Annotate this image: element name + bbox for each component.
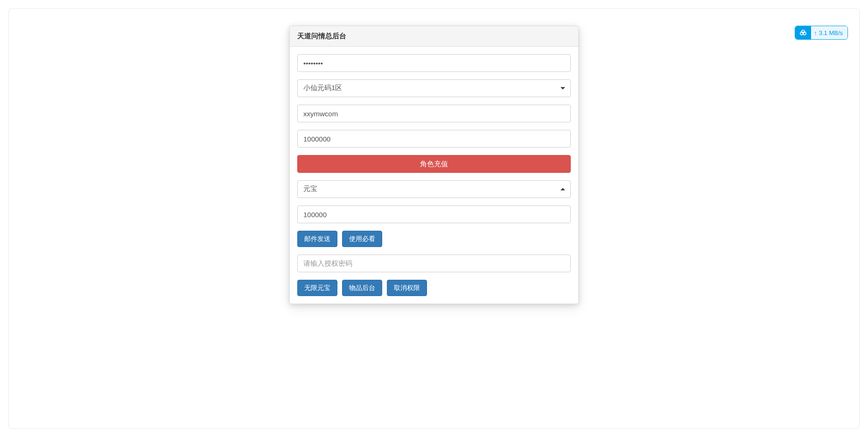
speed-value: 3.1 MB/s <box>819 29 843 36</box>
currency-select[interactable]: 元宝 <box>297 180 571 198</box>
upload-arrow-icon: ↑ <box>814 30 817 36</box>
server-select-value[interactable]: 小仙元码1区 <box>297 79 571 97</box>
mail-send-button[interactable]: 邮件发送 <box>297 231 337 247</box>
currency-amount-input[interactable] <box>297 205 571 223</box>
admin-panel: 天道问情总后台 小仙元码1区 角色充值 <box>289 26 579 304</box>
cloud-icon <box>795 26 811 39</box>
panel-body: 小仙元码1区 角色充值 元宝 <box>290 47 578 304</box>
cancel-auth-button[interactable]: 取消权限 <box>387 280 427 296</box>
password-input[interactable] <box>297 54 571 72</box>
panel-title: 天道问情总后台 <box>290 26 578 47</box>
network-speed-widget[interactable]: ↑ 3.1 MB/s <box>795 26 848 40</box>
account-input[interactable] <box>297 105 571 122</box>
upload-speed: ↑ 3.1 MB/s <box>811 26 847 39</box>
amount-input[interactable] <box>297 130 571 148</box>
server-select[interactable]: 小仙元码1区 <box>297 79 571 97</box>
page-frame: ↑ 3.1 MB/s 天道问情总后台 小仙元码1区 <box>8 8 860 429</box>
usage-guide-button[interactable]: 使用必看 <box>342 231 382 247</box>
currency-select-value[interactable]: 元宝 <box>297 180 571 198</box>
recharge-button[interactable]: 角色充值 <box>297 155 571 173</box>
unlimited-yuanbao-button[interactable]: 无限元宝 <box>297 280 337 296</box>
auth-password-input[interactable] <box>297 255 571 272</box>
item-backend-button[interactable]: 物品后台 <box>342 280 382 296</box>
